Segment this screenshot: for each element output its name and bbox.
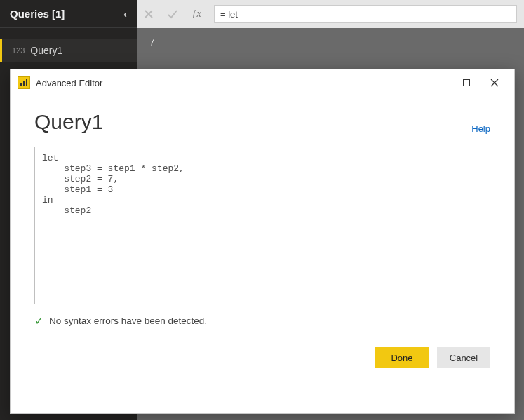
queries-title: Queries [1] (10, 8, 65, 20)
data-cell: 7 (149, 36, 155, 48)
data-preview-area: 7 (137, 28, 524, 63)
dialog-button-row: Done Cancel (34, 347, 490, 382)
code-editor[interactable]: let step3 = step1 * step2, step2 = 7, st… (34, 147, 490, 304)
commit-formula-icon[interactable] (161, 4, 184, 24)
queries-header: Queries [1] ‹ (0, 0, 137, 28)
dialog-title: Advanced Editor (36, 78, 102, 88)
done-button[interactable]: Done (375, 347, 429, 368)
minimize-button[interactable] (424, 72, 452, 94)
advanced-editor-dialog: Advanced Editor Query1 Help let step3 = … (10, 69, 515, 414)
dialog-heading: Query1 (34, 110, 103, 134)
syntax-status-text: No syntax errors have been detected. (49, 316, 207, 326)
dialog-body: Query1 Help let step3 = step1 * step2, s… (11, 96, 514, 413)
formula-value: = let (220, 9, 238, 20)
svg-rect-4 (26, 79, 27, 86)
formula-input[interactable]: = let (214, 5, 517, 23)
query-list-item[interactable]: 123 Query1 (0, 39, 137, 62)
chevron-left-icon[interactable]: ‹ (123, 8, 127, 20)
syntax-status: ✓ No syntax errors have been detected. (34, 314, 490, 327)
svg-rect-3 (23, 81, 25, 86)
dialog-heading-row: Query1 Help (34, 110, 490, 134)
dialog-titlebar: Advanced Editor (11, 69, 514, 96)
cancel-button[interactable]: Cancel (437, 347, 490, 368)
help-link[interactable]: Help (471, 123, 490, 134)
query-item-name: Query1 (30, 45, 62, 56)
svg-rect-2 (20, 83, 22, 86)
check-icon: ✓ (34, 314, 43, 327)
cancel-formula-icon[interactable] (137, 4, 161, 24)
close-button[interactable] (481, 72, 509, 94)
fx-icon[interactable]: ƒx (184, 4, 208, 24)
powerbi-icon (18, 76, 30, 89)
maximize-button[interactable] (452, 72, 481, 94)
query-item-index: 123 (12, 46, 25, 55)
formula-bar: ƒx = let (137, 0, 524, 28)
